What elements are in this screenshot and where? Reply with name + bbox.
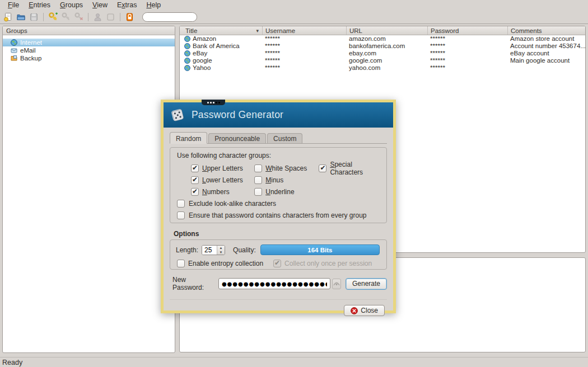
email-icon xyxy=(11,47,17,54)
options-heading: Options xyxy=(174,230,387,238)
show-password-button[interactable] xyxy=(332,279,341,289)
checkbox-numbers[interactable]: Numbers xyxy=(191,188,254,196)
globe-icon xyxy=(184,43,190,49)
new-database-button[interactable] xyxy=(2,11,14,23)
copy-password-button[interactable] xyxy=(105,11,116,23)
copy-username-button[interactable] xyxy=(92,11,104,23)
group-item-internet[interactable]: Internet xyxy=(3,39,175,46)
checkbox-box[interactable] xyxy=(254,188,262,196)
group-label: eMail xyxy=(20,47,35,54)
copy-username-icon xyxy=(93,12,102,22)
delete-entry-button[interactable] xyxy=(73,11,85,23)
checkbox-box[interactable] xyxy=(177,260,185,267)
toolbar-separator xyxy=(120,13,120,21)
checkbox-box xyxy=(273,260,281,267)
lock-workspace-icon xyxy=(125,12,134,22)
menu-entries[interactable]: Entries xyxy=(24,1,55,10)
column-header-username[interactable]: Username xyxy=(262,26,346,35)
dialog-title: Password Generator xyxy=(192,109,283,121)
new-database-icon xyxy=(3,12,13,22)
checkbox-special-characters[interactable]: Special Characters xyxy=(319,164,386,172)
cell-title: Amazon xyxy=(193,35,216,43)
checkbox-white-spaces[interactable]: White Spaces xyxy=(254,164,319,172)
checkbox-enable-entropy[interactable]: Enable entropy collection xyxy=(177,260,263,267)
checkbox-box[interactable] xyxy=(177,200,185,208)
new-password-field[interactable] xyxy=(218,278,330,289)
group-label: Internet xyxy=(20,39,42,46)
search-input[interactable] xyxy=(142,12,197,22)
checkbox-box[interactable] xyxy=(191,176,199,184)
tab-bar: Random Pronounceable Custom xyxy=(170,132,387,144)
group-item-backup[interactable]: Backup xyxy=(3,54,175,62)
checkbox-ensure-every-group[interactable]: Ensure that password contains characters… xyxy=(177,211,386,219)
toolbar xyxy=(0,10,588,24)
character-groups-frame: Use following character groups: Upper Le… xyxy=(170,147,387,223)
tab-random[interactable]: Random xyxy=(170,132,207,144)
spin-down-icon[interactable]: ▼ xyxy=(217,250,225,255)
add-entry-button[interactable] xyxy=(47,11,59,23)
group-item-email[interactable]: eMail xyxy=(3,46,175,54)
cell-url: ebay.com xyxy=(346,50,427,57)
checkbox-box[interactable] xyxy=(191,188,199,196)
edit-entry-button[interactable] xyxy=(60,11,72,23)
column-header-title[interactable]: Title ▾ xyxy=(180,26,262,35)
menu-view[interactable]: View xyxy=(88,1,112,10)
menu-help[interactable]: Help xyxy=(142,1,165,10)
checkbox-box[interactable] xyxy=(177,211,185,219)
checkbox-box[interactable] xyxy=(319,164,326,172)
cell-password: ****** xyxy=(427,43,507,50)
groups-header[interactable]: Groups xyxy=(3,26,175,35)
generate-button[interactable]: Generate xyxy=(346,278,387,290)
dialog-titlebar[interactable]: Password Generator xyxy=(164,102,393,128)
new-password-label: New Password: xyxy=(172,276,215,291)
toolbar-separator xyxy=(88,13,88,21)
dice-icon xyxy=(170,107,185,123)
checkbox-box[interactable] xyxy=(254,164,262,172)
table-row[interactable]: Amazon ****** amazon.com ****** Amazon s… xyxy=(180,35,585,43)
table-row[interactable]: google ****** google.com ****** Main goo… xyxy=(180,57,585,64)
cell-title: Bank of America xyxy=(193,43,240,50)
menubar: File Entries Groups View Extras Help xyxy=(0,0,588,10)
quality-value: 164 Bits xyxy=(307,247,332,253)
checkbox-collect-once: Collect only once per session xyxy=(273,260,372,267)
length-spinner[interactable]: ▲ ▼ xyxy=(202,245,225,255)
save-database-icon xyxy=(29,12,39,22)
menu-file[interactable]: File xyxy=(3,1,24,10)
spin-up-icon[interactable]: ▲ xyxy=(217,246,225,250)
checkbox-underline[interactable]: Underline xyxy=(254,188,319,196)
menu-groups[interactable]: Groups xyxy=(55,1,87,10)
checkbox-exclude-lookalike[interactable]: Exclude look-alike characters xyxy=(177,200,386,208)
length-input[interactable] xyxy=(202,246,217,255)
checkbox-lower-letters[interactable]: Lower Letters xyxy=(191,176,254,184)
cell-username: ****** xyxy=(262,64,346,72)
column-header-password[interactable]: Password xyxy=(427,26,507,35)
edit-entry-icon xyxy=(61,12,71,22)
add-entry-icon xyxy=(48,12,58,22)
save-database-button[interactable] xyxy=(28,11,40,23)
checkbox-box[interactable] xyxy=(254,176,262,184)
cell-password: ****** xyxy=(427,50,507,57)
column-header-comments[interactable]: Comments xyxy=(507,26,585,35)
tab-pronounceable[interactable]: Pronounceable xyxy=(208,133,266,143)
cell-comments: Main google account xyxy=(507,57,585,64)
cell-title: google xyxy=(193,57,212,64)
cell-url: google.com xyxy=(346,57,427,64)
eye-icon xyxy=(333,281,340,286)
cell-comments: eBay account xyxy=(507,50,585,57)
table-header-row: Title ▾ Username URL Password Comments xyxy=(180,26,585,35)
checkbox-box[interactable] xyxy=(191,164,199,172)
table-row[interactable]: Yahoo ****** yahoo.com ****** xyxy=(180,64,585,72)
checkbox-minus[interactable]: Minus xyxy=(254,176,319,184)
close-button[interactable]: Close xyxy=(344,305,385,316)
table-row[interactable]: Bank of America ****** bankofamerica.com… xyxy=(180,43,585,50)
column-header-url[interactable]: URL xyxy=(346,26,427,35)
delete-entry-icon xyxy=(74,12,84,22)
checkbox-upper-letters[interactable]: Upper Letters xyxy=(191,164,254,172)
window-handle[interactable] xyxy=(202,100,225,105)
lock-workspace-button[interactable] xyxy=(124,11,136,23)
open-database-button[interactable] xyxy=(15,11,27,23)
cell-password: ****** xyxy=(427,35,507,43)
tab-custom[interactable]: Custom xyxy=(267,133,302,143)
menu-extras[interactable]: Extras xyxy=(113,1,141,10)
table-row[interactable]: eBay ****** ebay.com ****** eBay account xyxy=(180,50,585,57)
